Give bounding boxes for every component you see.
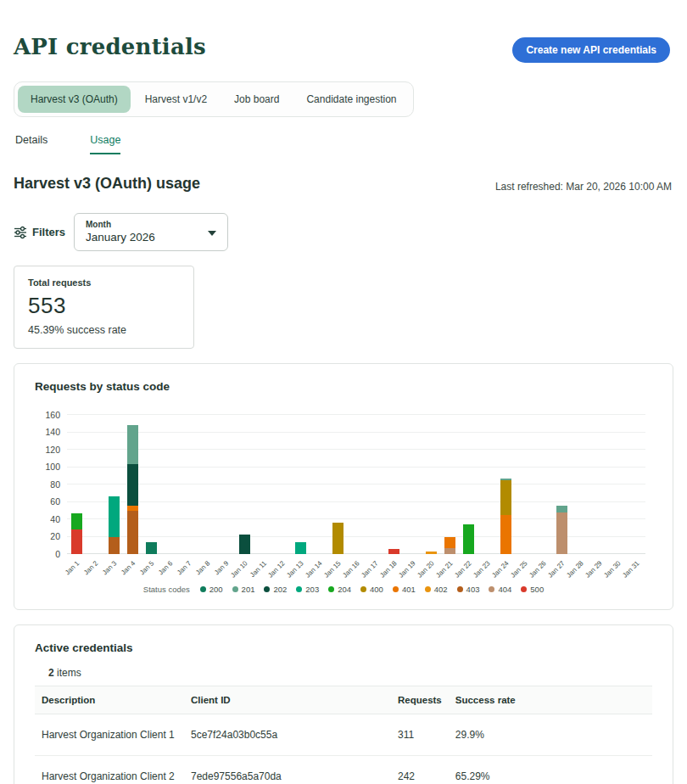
y-axis-tick-label: 140 bbox=[33, 428, 60, 437]
month-filter-label: Month bbox=[86, 220, 202, 229]
chart-legend: Status codes 200201202203204400401402403… bbox=[35, 585, 652, 599]
bar-segment-400 bbox=[332, 523, 344, 554]
bar-segment-404 bbox=[444, 548, 455, 554]
chart-plot: 020406080100120140160 bbox=[67, 415, 645, 554]
legend-item-403: 403 bbox=[457, 585, 480, 594]
x-axis-tick-label: Jan 6 bbox=[158, 560, 175, 577]
y-axis-tick-label: 0 bbox=[33, 550, 60, 559]
tab-candidate-ingestion[interactable]: Candidate ingestion bbox=[293, 86, 409, 113]
bar-segment-500 bbox=[71, 529, 82, 554]
requests-chart-panel: Requests by status code 0204060801001201… bbox=[14, 363, 673, 610]
col-header-description: Description bbox=[35, 686, 184, 714]
legend-dot-icon bbox=[328, 586, 334, 592]
tab-harvest-v3-oauth[interactable]: Harvest v3 (OAuth) bbox=[18, 86, 131, 113]
col-header-requests: Requests bbox=[391, 686, 449, 714]
col-header-success-rate: Success rate bbox=[449, 686, 552, 714]
stacked-bar[interactable] bbox=[239, 535, 250, 554]
legend-item-404: 404 bbox=[489, 585, 511, 594]
chart-x-axis: Jan 1Jan 2Jan 3Jan 4Jan 5Jan 6Jan 7Jan 8… bbox=[67, 554, 645, 583]
y-axis-tick-label: 40 bbox=[33, 515, 60, 524]
chart-title: Requests by status code bbox=[35, 380, 652, 393]
filters-toggle[interactable]: Filters bbox=[14, 226, 65, 239]
legend-dot-icon bbox=[457, 586, 463, 592]
month-filter-dropdown[interactable]: Month January 2026 bbox=[74, 213, 228, 251]
bar-segment-404 bbox=[556, 512, 567, 554]
x-axis-tick-label: Jan 3 bbox=[102, 560, 119, 577]
stacked-bar[interactable] bbox=[146, 542, 157, 554]
bar-segment-204 bbox=[463, 524, 474, 554]
bar-segment-403 bbox=[109, 537, 120, 555]
legend-dot-icon bbox=[489, 586, 494, 592]
legend-dot-icon bbox=[521, 586, 527, 592]
stacked-bar[interactable] bbox=[332, 523, 344, 554]
y-axis-tick-label: 60 bbox=[33, 497, 60, 507]
bar-segment-203 bbox=[295, 542, 306, 554]
last-refreshed-text: Last refreshed: Mar 20, 2026 10:00 AM bbox=[495, 181, 673, 193]
legend-dot-icon bbox=[264, 586, 270, 592]
legend-item-201: 201 bbox=[232, 585, 255, 594]
usage-section-title: Harvest v3 (OAuth) usage bbox=[14, 175, 200, 193]
bar-segment-401 bbox=[500, 515, 511, 554]
bar-segment-403 bbox=[127, 511, 138, 554]
table-row: Harvest Organization Client 2 7ede97556a… bbox=[35, 756, 652, 784]
legend-dot-icon bbox=[296, 586, 302, 592]
bar-segment-400 bbox=[500, 480, 511, 515]
cell-success-rate: 65.29% bbox=[449, 756, 552, 784]
stacked-bar[interactable] bbox=[71, 513, 82, 554]
create-api-credentials-button[interactable]: Create new API credentials bbox=[512, 37, 670, 63]
legend-item-202: 202 bbox=[264, 585, 287, 594]
y-axis-tick-label: 160 bbox=[33, 411, 60, 420]
table-row: Harvest Organization Client 1 5ce7f24a03… bbox=[35, 714, 652, 756]
y-axis-tick-label: 80 bbox=[33, 480, 60, 490]
api-type-tabs: Harvest v3 (OAuth) Harvest v1/v2 Job boa… bbox=[14, 81, 414, 117]
cell-success-rate: 29.9% bbox=[449, 714, 552, 756]
col-header-client-id: Client ID bbox=[184, 686, 391, 714]
x-axis-tick-label: Jan 9 bbox=[214, 560, 231, 577]
tab-job-board[interactable]: Job board bbox=[221, 86, 292, 113]
y-axis-tick-label: 20 bbox=[33, 532, 60, 541]
bar-segment-202 bbox=[127, 464, 138, 505]
legend-item-500: 500 bbox=[521, 585, 544, 594]
total-requests-label: Total requests bbox=[28, 277, 180, 288]
bar-segment-201 bbox=[556, 506, 567, 512]
detail-usage-subtabs: Details Usage bbox=[14, 134, 673, 154]
total-requests-card: Total requests 553 45.39% success rate bbox=[14, 266, 194, 349]
success-rate-text: 45.39% success rate bbox=[28, 324, 180, 336]
cell-client-id: 5ce7f24a03b0c55a bbox=[184, 714, 391, 756]
subtab-details[interactable]: Details bbox=[15, 134, 47, 154]
tab-harvest-v1-v2[interactable]: Harvest v1/v2 bbox=[132, 86, 220, 113]
bar-segment-401 bbox=[444, 537, 455, 548]
legend-item-203: 203 bbox=[296, 585, 319, 594]
cell-requests: 242 bbox=[391, 756, 449, 784]
x-axis-tick-label: Jan 7 bbox=[176, 560, 193, 577]
bar-segment-202 bbox=[239, 535, 250, 554]
x-axis-tick-label: Jan 2 bbox=[83, 560, 100, 577]
stacked-bar[interactable] bbox=[556, 506, 567, 554]
legend-item-204: 204 bbox=[328, 585, 351, 594]
y-axis-tick-label: 100 bbox=[33, 462, 60, 472]
stacked-bar[interactable] bbox=[127, 425, 138, 554]
stacked-bar[interactable] bbox=[463, 524, 474, 554]
filters-label: Filters bbox=[32, 226, 65, 238]
credentials-table: Description Client ID Requests Success r… bbox=[35, 686, 652, 784]
stacked-bar[interactable] bbox=[295, 542, 306, 554]
stacked-bar[interactable] bbox=[444, 537, 455, 554]
bar-segment-204 bbox=[71, 513, 82, 529]
stacked-bar[interactable] bbox=[500, 479, 511, 554]
cell-client-id: 7ede97556a5a70da bbox=[184, 756, 391, 784]
y-axis-tick-label: 120 bbox=[33, 445, 60, 455]
col-header-actions bbox=[552, 686, 652, 714]
legend-dot-icon bbox=[393, 586, 399, 592]
total-requests-value: 553 bbox=[28, 293, 180, 319]
bar-segment-200 bbox=[146, 542, 157, 554]
subtab-usage[interactable]: Usage bbox=[90, 134, 120, 154]
legend-item-400: 400 bbox=[360, 585, 383, 594]
stacked-bar[interactable] bbox=[109, 496, 120, 554]
active-credentials-panel: Active credentials 2 items Description C… bbox=[14, 624, 673, 784]
legend-title: Status codes bbox=[143, 585, 190, 594]
filters-icon bbox=[14, 226, 27, 239]
bar-segment-201 bbox=[127, 425, 138, 464]
cell-requests: 311 bbox=[391, 714, 449, 756]
legend-dot-icon bbox=[425, 586, 431, 592]
legend-item-402: 402 bbox=[425, 585, 448, 594]
